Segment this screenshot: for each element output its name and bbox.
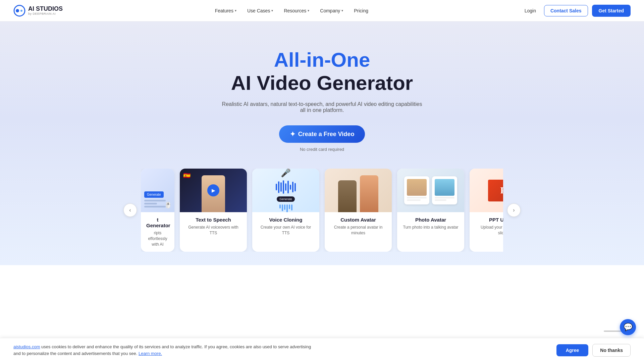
generate-button-mock: Generate: [144, 191, 164, 198]
hero-subtitle: Realistic AI avatars, natural text-to-sp…: [221, 101, 423, 113]
get-started-button[interactable]: Get Started: [592, 5, 631, 17]
card-ppt-upload[interactable]: P PPT Upload Upload your presentation sl…: [470, 169, 503, 252]
hero-section: All-in-One AI Video Generator Realistic …: [0, 21, 644, 265]
card-title: Custom Avatar: [330, 217, 386, 223]
logo-icon: [13, 5, 25, 17]
sparkle-icon: ✦: [290, 130, 296, 138]
photo-card-1: [404, 176, 429, 204]
hero-title-line2: AI Video Generator: [7, 71, 637, 95]
card-title: PPT Upload: [475, 217, 503, 223]
card-photo-avatar-image: [397, 169, 464, 212]
flag-icon: 🇪🇸: [183, 172, 191, 179]
card-desc: Create your own AI voice for TTS: [258, 225, 314, 236]
logo[interactable]: AI STUDIOS by DEEPBRAIN AI: [13, 5, 63, 17]
nav-company[interactable]: Company ▾: [315, 5, 348, 16]
cards-carousel: ‹ Generate 🖱️ t Generator ripts effortle…: [121, 169, 523, 252]
card-custom-avatar[interactable]: Custom Avatar Create a personal avatar i…: [325, 169, 392, 252]
card-tts[interactable]: 🇪🇸 ▶ Text to Speech Generate AI voiceove…: [180, 169, 247, 252]
hero-title: All-in-One AI Video Generator: [7, 48, 637, 95]
nav-actions: Login Contact Sales Get Started: [521, 5, 631, 17]
card-desc: Generate AI voiceovers with TTS: [185, 225, 241, 236]
nav-resources[interactable]: Resources ▾: [279, 5, 314, 16]
card-tts-image: 🇪🇸 ▶: [180, 169, 247, 212]
cursor-icon: 🖱️: [164, 201, 172, 209]
hero-title-line1: All-in-One: [7, 48, 637, 71]
wave-bars: [276, 180, 296, 194]
chevron-down-icon: ▾: [271, 9, 273, 12]
card-desc: Upload your presentation slides: [475, 225, 503, 236]
card-voice-image: 🎤 Generate: [252, 169, 319, 212]
ppt-p-letter: P: [500, 185, 503, 196]
ppt-slide: P: [488, 180, 503, 201]
contact-sales-button[interactable]: Contact Sales: [544, 5, 588, 16]
no-credit-text: No credit card required: [7, 147, 637, 152]
card-title: Photo Avatar: [402, 217, 459, 223]
microphone-icon: 🎤: [281, 169, 291, 178]
logo-text: AI STUDIOS: [28, 6, 63, 12]
card-text-generator[interactable]: Generate 🖱️ t Generator ripts effortless…: [141, 169, 174, 252]
navigation: AI STUDIOS by DEEPBRAIN AI Features ▾ Us…: [0, 0, 644, 21]
hero-cta-group: ✦ Create a Free Video No credit card req…: [7, 125, 637, 152]
chevron-down-icon: ▾: [308, 9, 309, 12]
svg-point-1: [16, 9, 19, 12]
card-voice-cloning[interactable]: 🎤 Generate: [252, 169, 319, 252]
carousel-track: Generate 🖱️ t Generator ripts effortless…: [141, 169, 503, 252]
photo-card-2: [432, 176, 457, 204]
card-ppt-image: P: [470, 169, 503, 212]
avatar-figure-2: [338, 180, 357, 212]
carousel-prev-button[interactable]: ‹: [123, 203, 137, 217]
card-desc: Create a personal avatar in minutes: [330, 225, 386, 236]
login-button[interactable]: Login: [521, 5, 540, 16]
generate-button-mock: Generate: [277, 196, 295, 202]
nav-pricing[interactable]: Pricing: [349, 5, 373, 16]
card-title: t Generator: [146, 217, 169, 228]
card-text-gen-image: Generate 🖱️: [141, 169, 174, 212]
svg-point-0: [14, 5, 25, 16]
nav-links: Features ▾ Use Cases ▾ Resources ▾ Compa…: [210, 5, 373, 16]
card-desc: ripts effortlessly with AI: [146, 230, 169, 247]
card-desc: Turn photo into a talking avatar: [402, 225, 459, 230]
avatar-figure-1: [360, 175, 378, 212]
nav-features[interactable]: Features ▾: [210, 5, 241, 16]
svg-point-2: [20, 10, 22, 12]
chevron-down-icon: ▾: [235, 9, 236, 12]
chevron-down-icon: ▾: [341, 9, 343, 12]
create-video-button[interactable]: ✦ Create a Free Video: [279, 125, 365, 143]
play-button-icon: ▶: [207, 184, 219, 196]
nav-use-cases[interactable]: Use Cases ▾: [243, 5, 278, 16]
card-custom-avatar-image: [325, 169, 392, 212]
card-title: Voice Cloning: [258, 217, 314, 223]
carousel-next-button[interactable]: ›: [507, 203, 521, 217]
logo-sub: by DEEPBRAIN AI: [28, 12, 63, 15]
card-title: Text to Speech: [185, 217, 241, 223]
card-photo-avatar[interactable]: Photo Avatar Turn photo into a talking a…: [397, 169, 464, 252]
